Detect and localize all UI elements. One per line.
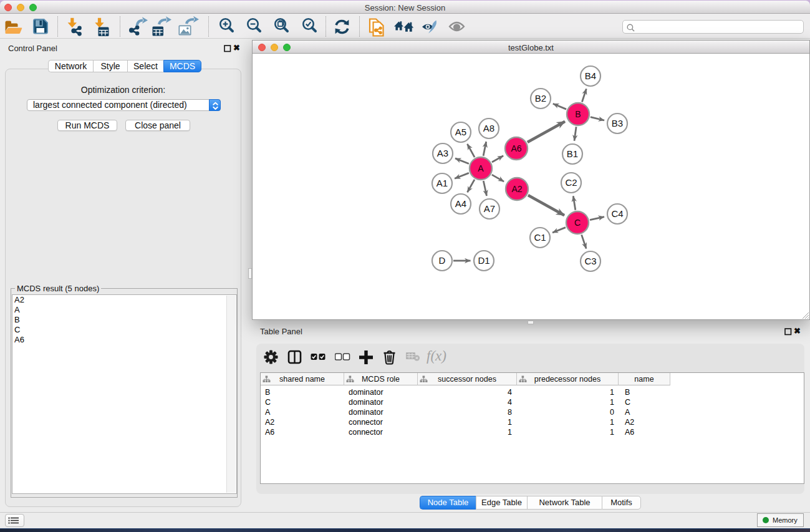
svg-text:C3: C3 — [584, 256, 596, 266]
svg-text:B1: B1 — [567, 148, 578, 159]
svg-text:A5: A5 — [455, 127, 466, 137]
svg-text:A7: A7 — [484, 203, 495, 214]
svg-text:A1: A1 — [436, 178, 448, 188]
svg-text:A2: A2 — [511, 184, 522, 194]
svg-text:A8: A8 — [483, 123, 494, 133]
svg-text:C: C — [574, 218, 581, 228]
svg-text:C4: C4 — [611, 208, 623, 219]
svg-text:A4: A4 — [455, 198, 466, 209]
svg-text:A: A — [478, 163, 484, 173]
svg-text:A6: A6 — [511, 143, 521, 153]
svg-text:C1: C1 — [534, 232, 546, 243]
svg-text:B: B — [575, 109, 581, 119]
svg-text:D: D — [439, 255, 446, 266]
svg-text:B3: B3 — [612, 118, 623, 128]
svg-text:B4: B4 — [585, 70, 596, 81]
svg-text:A3: A3 — [437, 148, 448, 158]
svg-text:D1: D1 — [478, 255, 489, 266]
svg-text:C2: C2 — [565, 177, 577, 188]
svg-text:B2: B2 — [535, 93, 546, 104]
